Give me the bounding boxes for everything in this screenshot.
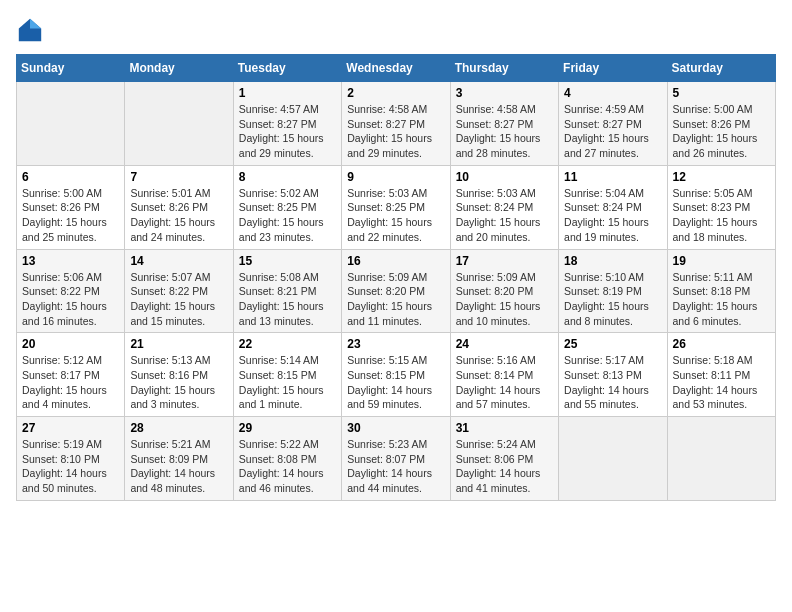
day-info: Sunrise: 5:24 AM Sunset: 8:06 PM Dayligh… bbox=[456, 437, 553, 496]
day-number: 29 bbox=[239, 421, 336, 435]
day-number: 18 bbox=[564, 254, 661, 268]
day-info: Sunrise: 5:14 AM Sunset: 8:15 PM Dayligh… bbox=[239, 353, 336, 412]
day-info: Sunrise: 5:11 AM Sunset: 8:18 PM Dayligh… bbox=[673, 270, 770, 329]
calendar-cell: 2Sunrise: 4:58 AM Sunset: 8:27 PM Daylig… bbox=[342, 82, 450, 166]
day-info: Sunrise: 5:12 AM Sunset: 8:17 PM Dayligh… bbox=[22, 353, 119, 412]
day-number: 23 bbox=[347, 337, 444, 351]
day-number: 19 bbox=[673, 254, 770, 268]
day-number: 27 bbox=[22, 421, 119, 435]
day-number: 14 bbox=[130, 254, 227, 268]
calendar-cell: 15Sunrise: 5:08 AM Sunset: 8:21 PM Dayli… bbox=[233, 249, 341, 333]
day-number: 4 bbox=[564, 86, 661, 100]
day-info: Sunrise: 5:00 AM Sunset: 8:26 PM Dayligh… bbox=[22, 186, 119, 245]
day-info: Sunrise: 5:09 AM Sunset: 8:20 PM Dayligh… bbox=[456, 270, 553, 329]
day-info: Sunrise: 5:21 AM Sunset: 8:09 PM Dayligh… bbox=[130, 437, 227, 496]
day-number: 11 bbox=[564, 170, 661, 184]
calendar-cell: 10Sunrise: 5:03 AM Sunset: 8:24 PM Dayli… bbox=[450, 165, 558, 249]
column-header-saturday: Saturday bbox=[667, 55, 775, 82]
calendar-cell: 19Sunrise: 5:11 AM Sunset: 8:18 PM Dayli… bbox=[667, 249, 775, 333]
day-number: 26 bbox=[673, 337, 770, 351]
calendar-week-row: 6Sunrise: 5:00 AM Sunset: 8:26 PM Daylig… bbox=[17, 165, 776, 249]
column-header-monday: Monday bbox=[125, 55, 233, 82]
day-info: Sunrise: 5:16 AM Sunset: 8:14 PM Dayligh… bbox=[456, 353, 553, 412]
day-number: 1 bbox=[239, 86, 336, 100]
day-info: Sunrise: 5:22 AM Sunset: 8:08 PM Dayligh… bbox=[239, 437, 336, 496]
calendar-cell: 29Sunrise: 5:22 AM Sunset: 8:08 PM Dayli… bbox=[233, 417, 341, 501]
day-info: Sunrise: 5:03 AM Sunset: 8:25 PM Dayligh… bbox=[347, 186, 444, 245]
day-number: 25 bbox=[564, 337, 661, 351]
day-info: Sunrise: 5:23 AM Sunset: 8:07 PM Dayligh… bbox=[347, 437, 444, 496]
calendar-table: SundayMondayTuesdayWednesdayThursdayFrid… bbox=[16, 54, 776, 501]
day-number: 22 bbox=[239, 337, 336, 351]
page-header bbox=[16, 16, 776, 44]
calendar-cell: 11Sunrise: 5:04 AM Sunset: 8:24 PM Dayli… bbox=[559, 165, 667, 249]
column-header-tuesday: Tuesday bbox=[233, 55, 341, 82]
calendar-cell: 8Sunrise: 5:02 AM Sunset: 8:25 PM Daylig… bbox=[233, 165, 341, 249]
day-info: Sunrise: 4:57 AM Sunset: 8:27 PM Dayligh… bbox=[239, 102, 336, 161]
day-info: Sunrise: 5:02 AM Sunset: 8:25 PM Dayligh… bbox=[239, 186, 336, 245]
calendar-cell: 23Sunrise: 5:15 AM Sunset: 8:15 PM Dayli… bbox=[342, 333, 450, 417]
calendar-cell: 1Sunrise: 4:57 AM Sunset: 8:27 PM Daylig… bbox=[233, 82, 341, 166]
day-info: Sunrise: 5:05 AM Sunset: 8:23 PM Dayligh… bbox=[673, 186, 770, 245]
calendar-cell: 28Sunrise: 5:21 AM Sunset: 8:09 PM Dayli… bbox=[125, 417, 233, 501]
day-number: 30 bbox=[347, 421, 444, 435]
day-info: Sunrise: 5:13 AM Sunset: 8:16 PM Dayligh… bbox=[130, 353, 227, 412]
calendar-header-row: SundayMondayTuesdayWednesdayThursdayFrid… bbox=[17, 55, 776, 82]
day-info: Sunrise: 5:01 AM Sunset: 8:26 PM Dayligh… bbox=[130, 186, 227, 245]
day-number: 6 bbox=[22, 170, 119, 184]
calendar-cell: 7Sunrise: 5:01 AM Sunset: 8:26 PM Daylig… bbox=[125, 165, 233, 249]
day-number: 7 bbox=[130, 170, 227, 184]
day-info: Sunrise: 5:00 AM Sunset: 8:26 PM Dayligh… bbox=[673, 102, 770, 161]
calendar-cell: 24Sunrise: 5:16 AM Sunset: 8:14 PM Dayli… bbox=[450, 333, 558, 417]
calendar-cell bbox=[125, 82, 233, 166]
calendar-cell: 12Sunrise: 5:05 AM Sunset: 8:23 PM Dayli… bbox=[667, 165, 775, 249]
calendar-cell: 4Sunrise: 4:59 AM Sunset: 8:27 PM Daylig… bbox=[559, 82, 667, 166]
calendar-cell: 14Sunrise: 5:07 AM Sunset: 8:22 PM Dayli… bbox=[125, 249, 233, 333]
day-number: 10 bbox=[456, 170, 553, 184]
column-header-wednesday: Wednesday bbox=[342, 55, 450, 82]
calendar-cell: 27Sunrise: 5:19 AM Sunset: 8:10 PM Dayli… bbox=[17, 417, 125, 501]
day-number: 8 bbox=[239, 170, 336, 184]
calendar-cell: 5Sunrise: 5:00 AM Sunset: 8:26 PM Daylig… bbox=[667, 82, 775, 166]
day-info: Sunrise: 4:59 AM Sunset: 8:27 PM Dayligh… bbox=[564, 102, 661, 161]
calendar-cell: 13Sunrise: 5:06 AM Sunset: 8:22 PM Dayli… bbox=[17, 249, 125, 333]
day-number: 3 bbox=[456, 86, 553, 100]
day-info: Sunrise: 4:58 AM Sunset: 8:27 PM Dayligh… bbox=[456, 102, 553, 161]
day-number: 28 bbox=[130, 421, 227, 435]
day-info: Sunrise: 5:07 AM Sunset: 8:22 PM Dayligh… bbox=[130, 270, 227, 329]
calendar-cell: 6Sunrise: 5:00 AM Sunset: 8:26 PM Daylig… bbox=[17, 165, 125, 249]
calendar-week-row: 13Sunrise: 5:06 AM Sunset: 8:22 PM Dayli… bbox=[17, 249, 776, 333]
day-number: 5 bbox=[673, 86, 770, 100]
calendar-week-row: 20Sunrise: 5:12 AM Sunset: 8:17 PM Dayli… bbox=[17, 333, 776, 417]
day-number: 13 bbox=[22, 254, 119, 268]
svg-marker-1 bbox=[30, 19, 41, 29]
calendar-week-row: 27Sunrise: 5:19 AM Sunset: 8:10 PM Dayli… bbox=[17, 417, 776, 501]
calendar-cell: 22Sunrise: 5:14 AM Sunset: 8:15 PM Dayli… bbox=[233, 333, 341, 417]
calendar-cell: 25Sunrise: 5:17 AM Sunset: 8:13 PM Dayli… bbox=[559, 333, 667, 417]
calendar-week-row: 1Sunrise: 4:57 AM Sunset: 8:27 PM Daylig… bbox=[17, 82, 776, 166]
day-number: 20 bbox=[22, 337, 119, 351]
logo bbox=[16, 16, 48, 44]
column-header-thursday: Thursday bbox=[450, 55, 558, 82]
calendar-cell: 31Sunrise: 5:24 AM Sunset: 8:06 PM Dayli… bbox=[450, 417, 558, 501]
day-info: Sunrise: 5:19 AM Sunset: 8:10 PM Dayligh… bbox=[22, 437, 119, 496]
day-info: Sunrise: 5:06 AM Sunset: 8:22 PM Dayligh… bbox=[22, 270, 119, 329]
day-number: 17 bbox=[456, 254, 553, 268]
day-info: Sunrise: 5:08 AM Sunset: 8:21 PM Dayligh… bbox=[239, 270, 336, 329]
calendar-cell: 3Sunrise: 4:58 AM Sunset: 8:27 PM Daylig… bbox=[450, 82, 558, 166]
day-number: 2 bbox=[347, 86, 444, 100]
day-number: 15 bbox=[239, 254, 336, 268]
day-info: Sunrise: 5:03 AM Sunset: 8:24 PM Dayligh… bbox=[456, 186, 553, 245]
day-number: 12 bbox=[673, 170, 770, 184]
day-number: 16 bbox=[347, 254, 444, 268]
day-number: 21 bbox=[130, 337, 227, 351]
day-info: Sunrise: 5:15 AM Sunset: 8:15 PM Dayligh… bbox=[347, 353, 444, 412]
calendar-cell: 16Sunrise: 5:09 AM Sunset: 8:20 PM Dayli… bbox=[342, 249, 450, 333]
calendar-cell: 9Sunrise: 5:03 AM Sunset: 8:25 PM Daylig… bbox=[342, 165, 450, 249]
day-number: 31 bbox=[456, 421, 553, 435]
logo-icon bbox=[16, 16, 44, 44]
calendar-cell: 30Sunrise: 5:23 AM Sunset: 8:07 PM Dayli… bbox=[342, 417, 450, 501]
calendar-cell: 17Sunrise: 5:09 AM Sunset: 8:20 PM Dayli… bbox=[450, 249, 558, 333]
day-info: Sunrise: 5:10 AM Sunset: 8:19 PM Dayligh… bbox=[564, 270, 661, 329]
day-info: Sunrise: 5:18 AM Sunset: 8:11 PM Dayligh… bbox=[673, 353, 770, 412]
